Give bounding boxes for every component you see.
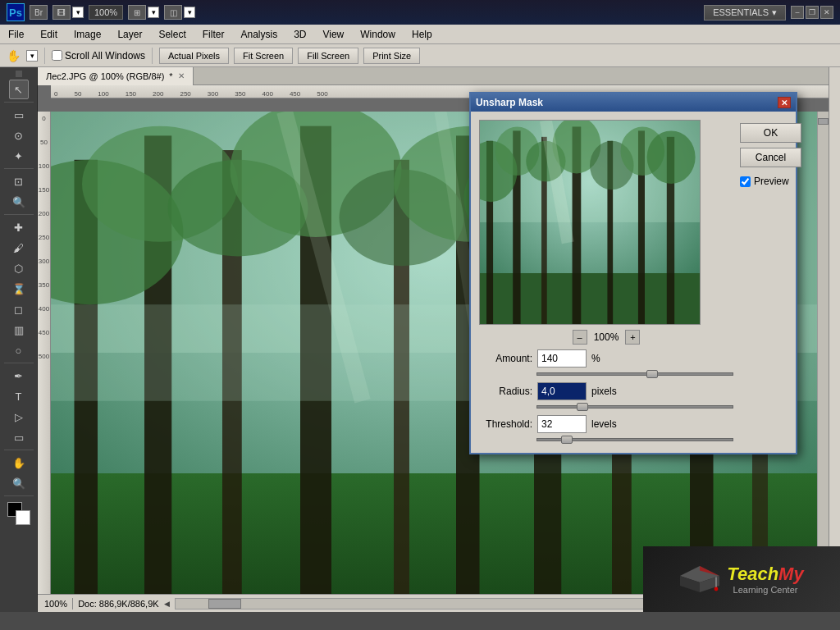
tool-clone[interactable]: ⬡ <box>9 258 29 278</box>
dialog-titlebar: Unsharp Mask ✕ <box>471 94 796 112</box>
scrollbar-thumb-h[interactable] <box>208 599 241 609</box>
amount-slider-thumb[interactable] <box>646 370 658 378</box>
view-icon-button[interactable]: ⊞ <box>128 5 146 20</box>
options-bar: ✋ ▾ Scroll All Windows Actual Pixels Fit… <box>0 44 840 67</box>
bridge-button[interactable]: Br <box>30 5 48 20</box>
cancel-button[interactable]: Cancel <box>740 148 801 167</box>
dialog-preview-image[interactable] <box>479 120 701 325</box>
tool-history[interactable]: ⌛ <box>9 279 29 299</box>
foreground-background-colors[interactable] <box>4 499 34 528</box>
svg-point-47 <box>714 587 719 591</box>
menu-edit[interactable]: Edit <box>32 27 66 42</box>
ok-button[interactable]: OK <box>740 123 801 143</box>
graduation-cap-icon <box>679 563 720 596</box>
tool-sep-1 <box>4 102 34 103</box>
menu-view[interactable]: View <box>314 27 352 42</box>
tool-shape[interactable]: ▭ <box>9 427 29 447</box>
threshold-unit: levels <box>591 418 617 430</box>
menu-select[interactable]: Select <box>150 27 194 42</box>
radius-row: Radius: pixels <box>479 382 733 412</box>
restore-button[interactable]: ❐ <box>806 6 819 19</box>
essentials-button[interactable]: ESSENTIALS ▾ <box>704 5 786 21</box>
tool-heal[interactable]: ✚ <box>9 217 29 237</box>
fill-screen-button[interactable]: Fill Screen <box>298 48 358 64</box>
tool-gradient[interactable]: ▥ <box>9 320 29 340</box>
close-button[interactable]: ✕ <box>820 6 833 19</box>
amount-row: Amount: % <box>479 349 733 379</box>
fit-screen-button[interactable]: Fit Screen <box>234 48 293 64</box>
dialog-title: Unsharp Mask <box>476 97 778 108</box>
view-chevron[interactable]: ▾ <box>148 7 159 18</box>
threshold-slider-thumb[interactable] <box>561 436 573 444</box>
tool-crop[interactable]: ⊡ <box>9 171 29 191</box>
tool-quick-select[interactable]: ✦ <box>9 146 29 166</box>
separator-2 <box>152 48 153 64</box>
zoom-in-button[interactable]: + <box>625 330 640 345</box>
status-sep <box>72 598 73 609</box>
scroll-all-windows-checkbox[interactable] <box>52 50 62 61</box>
tool-pen[interactable]: ✒ <box>9 366 29 386</box>
teachmy-text-group: TeachMy Learning Center <box>727 564 803 595</box>
film-icon-button[interactable]: 🎞 <box>52 5 71 20</box>
canvas-tab-bar: Лес2.JPG @ 100% (RGB/8#) * ✕ <box>38 67 829 85</box>
dialog-left-panel: – 100% + Amount: % <box>479 120 733 445</box>
tool-marquee[interactable]: ▭ <box>9 105 29 125</box>
tool-lasso[interactable]: ⊙ <box>9 126 29 145</box>
right-panel <box>829 67 840 612</box>
tool-sep-3 <box>4 214 34 215</box>
actual-pixels-button[interactable]: Actual Pixels <box>159 48 229 64</box>
tool-brush[interactable]: 🖌 <box>9 238 29 258</box>
film-chevron[interactable]: ▾ <box>72 7 84 18</box>
teachmy-logo: TeachMy Learning Center <box>643 546 840 612</box>
preview-checkbox[interactable] <box>740 176 751 187</box>
print-size-button[interactable]: Print Size <box>363 48 420 64</box>
tab-close-button[interactable]: ✕ <box>178 71 185 80</box>
unsharp-mask-dialog[interactable]: Unsharp Mask ✕ <box>469 92 797 454</box>
dialog-close-button[interactable]: ✕ <box>778 97 791 108</box>
toolbar-handle[interactable] <box>16 71 22 77</box>
radius-slider-track <box>536 405 733 409</box>
tool-path[interactable]: ▷ <box>9 407 29 427</box>
extra-icon-button[interactable]: ◫ <box>164 5 182 20</box>
title-bar: Ps Br 🎞 ▾ 100% ⊞ ▾ ◫ ▾ ESSENTIALS ▾ – ❐ … <box>0 0 840 25</box>
menu-3d[interactable]: 3D <box>285 27 314 42</box>
scrollbar-thumb-v[interactable] <box>818 118 829 125</box>
preview-zoom-bar: – 100% + <box>479 325 733 349</box>
menu-image[interactable]: Image <box>66 27 109 42</box>
canvas-tab[interactable]: Лес2.JPG @ 100% (RGB/8#) * ✕ <box>38 67 194 85</box>
threshold-slider-container <box>479 433 733 445</box>
tool-hand[interactable]: ✋ <box>9 453 29 472</box>
tool-eyedropper[interactable]: 🔍 <box>9 192 29 212</box>
zoom-percentage: 100% <box>594 331 619 343</box>
scroll-all-windows-label[interactable]: Scroll All Windows <box>52 50 145 62</box>
radius-input-row: Radius: pixels <box>479 382 733 400</box>
minimize-button[interactable]: – <box>791 6 804 19</box>
radius-input[interactable] <box>537 382 587 400</box>
separator-1 <box>44 48 45 64</box>
tool-zoom[interactable]: 🔍 <box>9 473 29 493</box>
menu-filter[interactable]: Filter <box>194 27 233 42</box>
amount-slider-track <box>536 372 733 376</box>
threshold-input[interactable] <box>537 415 587 433</box>
window-controls: – ❐ ✕ <box>791 6 833 19</box>
tool-move[interactable]: ↖ <box>9 80 29 99</box>
menu-window[interactable]: Window <box>352 27 404 42</box>
extra-chevron[interactable]: ▾ <box>184 7 195 18</box>
tool-eraser[interactable]: ◻ <box>9 299 29 319</box>
tool-text[interactable]: T <box>9 386 29 406</box>
vertical-scrollbar[interactable] <box>817 112 829 594</box>
amount-input[interactable] <box>537 349 587 368</box>
menu-layer[interactable]: Layer <box>109 27 150 42</box>
menu-analysis[interactable]: Analysis <box>232 27 285 42</box>
status-left-arrow[interactable]: ◀ <box>164 600 170 608</box>
menu-help[interactable]: Help <box>404 27 441 42</box>
hand-chevron[interactable]: ▾ <box>26 50 38 62</box>
zoom-out-button[interactable]: – <box>573 330 587 345</box>
threshold-row: Threshold: levels <box>479 415 733 445</box>
menu-file[interactable]: File <box>0 27 32 42</box>
amount-unit: % <box>591 353 600 364</box>
radius-slider-thumb[interactable] <box>577 403 588 411</box>
zoom-display: 100% <box>89 5 123 20</box>
tool-dodge[interactable]: ○ <box>9 340 29 360</box>
amount-input-row: Amount: % <box>479 349 733 368</box>
